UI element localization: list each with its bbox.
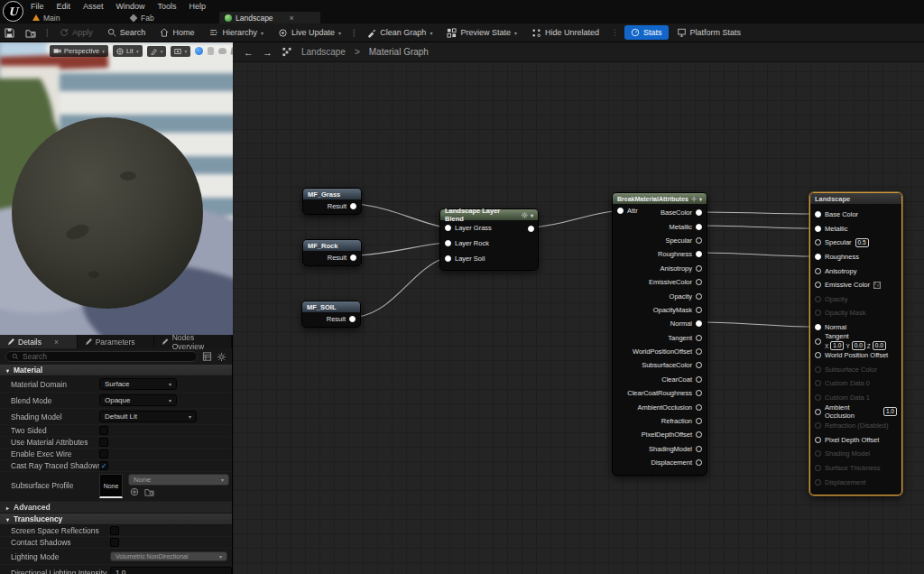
pin-icon[interactable] bbox=[815, 409, 821, 415]
preview-viewport[interactable]: Perspective▾ Lit▾ ▾ ▾ bbox=[0, 42, 233, 335]
node-output-pin-row[interactable]: Anisotropy bbox=[613, 262, 707, 275]
pin-icon[interactable] bbox=[696, 431, 702, 438]
result-pin-icon[interactable] bbox=[350, 255, 356, 261]
landscape-pin-row[interactable]: Emissive Color bbox=[810, 278, 901, 292]
pin-icon[interactable] bbox=[815, 450, 821, 457]
node-output-pin-row[interactable]: OpacityMask bbox=[613, 303, 707, 317]
landscape-pin-row[interactable]: Base Color bbox=[810, 208, 901, 222]
pin-icon[interactable] bbox=[815, 296, 821, 302]
chevron-down-icon[interactable]: ▾ bbox=[699, 196, 702, 202]
screen-space-reflections-checkbox[interactable]: ✓ bbox=[110, 526, 119, 535]
preview-mesh-cube-button[interactable] bbox=[231, 47, 233, 55]
landscape-pin-row[interactable]: Custom Data 1 bbox=[810, 391, 901, 405]
node-output-pin-row[interactable]: ShadingModel bbox=[613, 442, 707, 456]
tab-nodes-overview[interactable]: Nodes Overview bbox=[154, 335, 232, 348]
menu-item[interactable]: File bbox=[31, 2, 44, 11]
pin-icon[interactable] bbox=[696, 320, 702, 327]
use-selected-asset-icon[interactable] bbox=[130, 487, 139, 496]
two-sided-checkbox[interactable]: ✓ bbox=[99, 426, 108, 435]
pin-icon[interactable] bbox=[815, 324, 821, 330]
shading-model-select[interactable]: Default Lit▾ bbox=[99, 411, 197, 422]
node-input-pin-row[interactable]: Layer Rock bbox=[440, 236, 538, 251]
node-output-pin-row[interactable]: ClearCoatRoughness bbox=[613, 386, 707, 400]
pin-icon[interactable] bbox=[815, 465, 821, 471]
platform-stats-button[interactable]: Platform Stats bbox=[670, 25, 748, 40]
tab-parameters[interactable]: Parameters bbox=[78, 335, 155, 348]
pin-icon[interactable] bbox=[617, 208, 624, 214]
color-swatch[interactable] bbox=[873, 282, 881, 289]
node-output-pin-row[interactable]: PixelDepthOffset bbox=[613, 428, 707, 441]
menu-item[interactable]: Asset bbox=[83, 2, 104, 11]
pin-icon[interactable] bbox=[696, 348, 702, 355]
chevron-down-icon[interactable]: ▾ bbox=[531, 212, 533, 218]
pin-icon[interactable] bbox=[696, 293, 702, 300]
settings-gear-icon[interactable] bbox=[217, 352, 226, 362]
node-output-pin-row[interactable]: AmbientOcclusion bbox=[613, 400, 707, 413]
directional-lighting-intensity-field[interactable]: 1.0 bbox=[110, 567, 232, 574]
pin-icon[interactable] bbox=[815, 394, 821, 401]
pin-icon[interactable] bbox=[815, 352, 821, 358]
landscape-pin-row[interactable]: Opacity Mask bbox=[810, 306, 901, 320]
pin-icon[interactable] bbox=[815, 380, 821, 386]
tab-fab[interactable]: Fab bbox=[125, 12, 160, 23]
node-output-pin-row[interactable]: SubsurfaceColor bbox=[613, 358, 707, 372]
lit-mode-dropdown[interactable]: Lit▾ bbox=[113, 45, 143, 57]
landscape-pin-row[interactable]: Shading Model bbox=[810, 447, 901, 461]
menu-item[interactable]: Window bbox=[116, 2, 145, 11]
forward-arrow-icon[interactable]: → bbox=[263, 47, 273, 58]
landscape-pin-row[interactable]: Displacement bbox=[810, 475, 901, 489]
pin-icon[interactable] bbox=[696, 251, 702, 257]
pin-icon[interactable] bbox=[696, 224, 702, 230]
node-output-pin-row[interactable]: Displacement bbox=[613, 456, 707, 469]
gear-icon[interactable] bbox=[522, 212, 528, 218]
save-button[interactable] bbox=[0, 25, 19, 41]
overflow-dots-icon[interactable]: ⋮ bbox=[607, 28, 623, 37]
perspective-dropdown[interactable]: Perspective▾ bbox=[50, 45, 108, 57]
pin-icon[interactable] bbox=[696, 362, 702, 368]
result-pin-icon[interactable] bbox=[350, 203, 356, 209]
pin-icon[interactable] bbox=[696, 279, 702, 285]
show-flags-dropdown[interactable]: ▾ bbox=[147, 46, 167, 57]
browse-asset-icon[interactable] bbox=[144, 487, 154, 496]
blend-output-pin-icon[interactable] bbox=[528, 226, 534, 232]
node-output-pin-row[interactable]: WorldPositionOffset bbox=[613, 345, 707, 358]
menu-item[interactable]: Tools bbox=[158, 2, 177, 11]
landscape-pin-row[interactable]: Roughness bbox=[810, 250, 901, 264]
landscape-pin-row[interactable]: World Position Offset bbox=[810, 348, 901, 363]
node-output-pin-row[interactable]: Normal bbox=[613, 317, 707, 330]
landscape-pin-row[interactable]: Metallic bbox=[810, 222, 901, 236]
live-update-dropdown[interactable]: Live Update▾ bbox=[272, 25, 347, 41]
landscape-pin-row[interactable]: Subsurface Color bbox=[810, 363, 901, 377]
breadcrumb-root[interactable]: Landscape bbox=[301, 47, 346, 57]
hide-unrelated-button[interactable]: Hide Unrelated bbox=[525, 25, 605, 41]
apply-button[interactable]: Apply bbox=[53, 25, 99, 40]
subsurface-profile-thumbnail[interactable]: None bbox=[99, 474, 123, 498]
pin-icon[interactable] bbox=[815, 437, 821, 443]
close-tab-icon[interactable]: × bbox=[54, 338, 59, 347]
menu-item[interactable]: Edit bbox=[57, 2, 71, 11]
clean-graph-dropdown[interactable]: Clean Graph▾ bbox=[360, 25, 439, 41]
node-output-pin-row[interactable]: Opacity bbox=[613, 289, 707, 302]
pin-icon[interactable] bbox=[696, 237, 702, 244]
node-output-pin-row[interactable]: EmissiveColor bbox=[613, 275, 707, 289]
tab-landscape[interactable]: Landscape × bbox=[219, 12, 320, 23]
attr-input-pin-row[interactable]: Attr bbox=[613, 207, 642, 215]
landscape-pin-row[interactable]: Specular 0.5 bbox=[810, 236, 901, 250]
material-domain-select[interactable]: Surface▾ bbox=[99, 378, 177, 390]
subsurface-profile-select[interactable]: None▾ bbox=[128, 474, 229, 486]
pin-default-value[interactable]: 1.0 bbox=[883, 407, 897, 416]
pin-icon[interactable] bbox=[815, 422, 821, 429]
landscape-pin-row[interactable]: Ambient Occlusion 1.0 bbox=[810, 404, 901, 419]
landscape-pin-row[interactable]: Pixel Depth Offset bbox=[810, 433, 901, 448]
display-filter-icon[interactable] bbox=[202, 352, 212, 361]
preview-mesh-cylinder-button[interactable] bbox=[208, 47, 214, 55]
pin-icon[interactable] bbox=[696, 390, 702, 396]
node-mf-soil[interactable]: MF_SOIL Result bbox=[301, 301, 361, 328]
landscape-pin-row[interactable]: Opacity bbox=[810, 292, 901, 307]
home-button[interactable]: Home bbox=[153, 25, 200, 40]
stats-button[interactable]: Stats bbox=[624, 25, 669, 40]
landscape-pin-row[interactable]: Anisotropy bbox=[810, 264, 901, 278]
pin-icon[interactable] bbox=[815, 366, 821, 373]
pin-icon[interactable] bbox=[815, 239, 821, 245]
pin-icon[interactable] bbox=[696, 335, 702, 341]
